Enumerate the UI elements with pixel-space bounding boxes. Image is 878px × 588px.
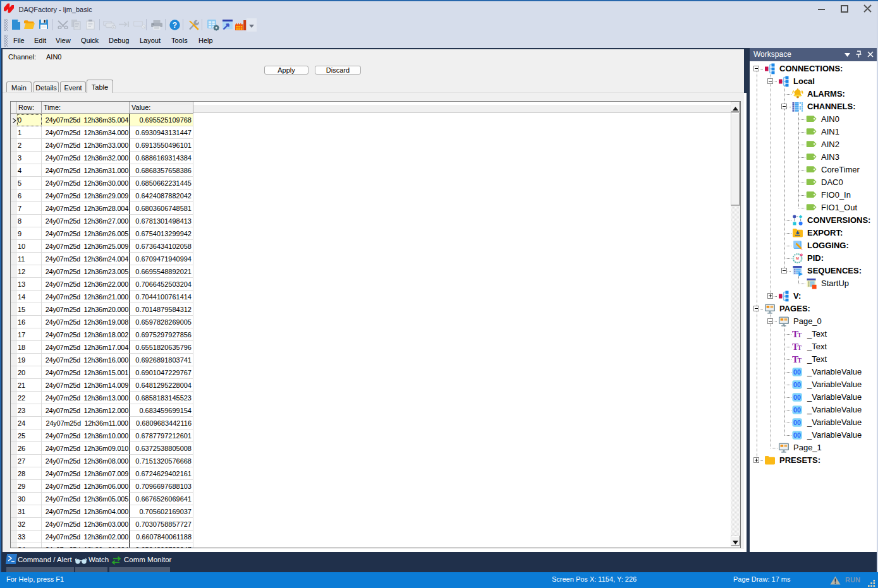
svg-text:T: T [798,357,802,364]
svg-text:00: 00 [793,406,801,414]
svg-text:T: T [798,332,802,339]
svg-text:00: 00 [793,419,801,426]
svg-text:00: 00 [793,431,801,439]
svg-text:00: 00 [793,393,801,401]
svg-text:T: T [798,344,802,351]
svg-text:00: 00 [793,368,801,376]
svg-text:00: 00 [793,381,801,388]
svg-text:M: M [796,256,799,260]
svg-text:?: ? [173,21,177,30]
